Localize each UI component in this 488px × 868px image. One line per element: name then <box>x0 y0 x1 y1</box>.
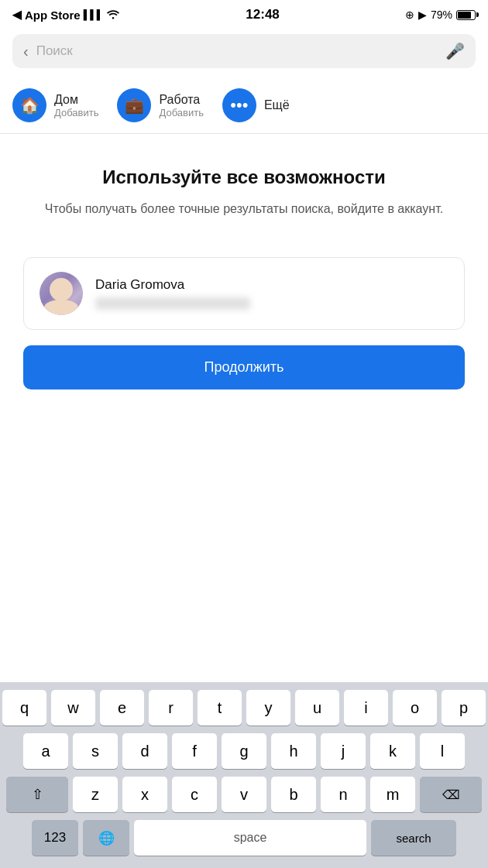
status-carrier: ◀ App Store ▌▌▌ <box>12 8 120 22</box>
key-m[interactable]: m <box>370 777 415 812</box>
wifi-icon <box>106 9 120 22</box>
more-icon: ••• <box>222 88 256 122</box>
user-name: Daria Gromova <box>95 277 448 293</box>
search-key[interactable]: search <box>371 820 456 856</box>
key-r[interactable]: r <box>149 690 193 726</box>
battery-percent: 79% <box>431 9 452 21</box>
key-h[interactable]: h <box>271 733 316 769</box>
search-bar-container: ‹ Поиск 🎤 <box>0 28 488 77</box>
search-placeholder: Поиск <box>36 43 438 59</box>
key-j[interactable]: j <box>321 733 366 769</box>
key-b[interactable]: b <box>271 777 316 812</box>
key-y[interactable]: y <box>246 690 290 726</box>
key-u[interactable]: u <box>295 690 339 726</box>
back-button[interactable]: ‹ <box>23 43 29 60</box>
key-i[interactable]: i <box>344 690 388 726</box>
key-c[interactable]: c <box>172 777 217 812</box>
key-p[interactable]: p <box>442 690 486 726</box>
key-g[interactable]: g <box>222 733 266 769</box>
work-quick-text: Работа Добавить <box>159 93 203 118</box>
num-key[interactable]: 123 <box>32 820 78 856</box>
home-quick-text: Дом Добавить <box>54 93 98 118</box>
globe-key[interactable]: 🌐 <box>83 820 129 856</box>
back-arrow-icon: ◀ <box>12 8 22 22</box>
work-quick-item[interactable]: 💼 Работа Добавить <box>117 88 203 122</box>
key-o[interactable]: o <box>393 690 437 726</box>
key-x[interactable]: x <box>122 777 167 812</box>
work-icon: 💼 <box>117 88 151 122</box>
shift-key[interactable]: ⇧ <box>6 777 68 812</box>
key-k[interactable]: k <box>370 733 415 769</box>
location-icon: ⊕ <box>405 9 414 21</box>
key-s[interactable]: s <box>73 733 118 769</box>
user-avatar <box>40 272 83 315</box>
keyboard-row-1: q w e r t y u i o p <box>2 690 486 726</box>
avatar-image <box>40 272 83 315</box>
delete-icon: ⌫ <box>442 787 460 802</box>
promo-description: Чтобы получать более точные результаты п… <box>23 200 465 218</box>
home-quick-item[interactable]: 🏠 Дом Добавить <box>12 88 98 122</box>
quick-access-row: 🏠 Дом Добавить 💼 Работа Добавить ••• Ещё <box>0 77 488 134</box>
navigation-icon: ▶ <box>418 9 427 21</box>
status-time: 12:48 <box>246 7 279 22</box>
mic-icon[interactable]: 🎤 <box>445 42 465 60</box>
user-email <box>95 297 250 310</box>
home-icon: 🏠 <box>12 88 46 122</box>
key-f[interactable]: f <box>172 733 217 769</box>
more-quick-text: Ещё <box>264 98 290 112</box>
key-d[interactable]: d <box>122 733 167 769</box>
home-title: Дом <box>54 93 98 107</box>
delete-key[interactable]: ⌫ <box>420 777 482 812</box>
key-w[interactable]: w <box>51 690 95 726</box>
promo-title: Используйте все возможности <box>23 165 465 189</box>
more-quick-item[interactable]: ••• Ещё <box>222 88 290 122</box>
keyboard: q w e r t y u i o p a s d f g h j k l ⇧ … <box>0 682 488 868</box>
more-title: Ещё <box>264 98 290 112</box>
key-a[interactable]: a <box>23 733 68 769</box>
key-q[interactable]: q <box>2 690 46 726</box>
user-info: Daria Gromova <box>95 277 448 310</box>
continue-btn-wrapper: Продолжить <box>0 330 488 413</box>
key-t[interactable]: t <box>198 690 242 726</box>
status-bar: ◀ App Store ▌▌▌ 12:48 ⊕ ▶ 79% <box>0 0 488 28</box>
work-sub: Добавить <box>159 107 203 118</box>
work-title: Работа <box>159 93 203 107</box>
key-n[interactable]: n <box>321 777 366 812</box>
home-sub: Добавить <box>54 107 98 118</box>
keyboard-row-2: a s d f g h j k l <box>2 733 486 769</box>
key-e[interactable]: e <box>100 690 144 726</box>
globe-icon: 🌐 <box>98 830 115 846</box>
carrier-label: App Store <box>25 9 81 22</box>
status-right-icons: ⊕ ▶ 79% <box>405 9 476 21</box>
key-l[interactable]: l <box>420 733 465 769</box>
promo-section: Используйте все возможности Чтобы получа… <box>0 134 488 242</box>
user-card: Daria Gromova <box>23 257 465 330</box>
shift-icon: ⇧ <box>32 786 43 803</box>
continue-button[interactable]: Продолжить <box>23 345 465 389</box>
search-bar[interactable]: ‹ Поиск 🎤 <box>12 34 476 68</box>
key-v[interactable]: v <box>222 777 266 812</box>
keyboard-row-4: 123 🌐 space search <box>2 820 486 856</box>
signal-icon: ▌▌▌ <box>84 9 104 20</box>
space-key[interactable]: space <box>134 820 366 856</box>
battery-icon <box>456 10 476 20</box>
keyboard-row-3: ⇧ z x c v b n m ⌫ <box>2 777 486 812</box>
key-z[interactable]: z <box>73 777 118 812</box>
